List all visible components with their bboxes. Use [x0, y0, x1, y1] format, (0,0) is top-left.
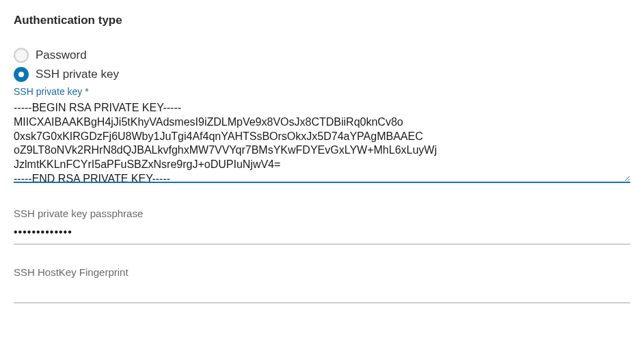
radio-password[interactable]: Password — [14, 48, 630, 63]
ssh-private-key-label: SSH private key * — [14, 86, 630, 97]
radio-circle-icon — [14, 48, 29, 63]
ssh-private-key-textarea[interactable] — [14, 100, 630, 183]
section-title: Authentication type — [14, 14, 630, 27]
auth-type-radio-group: Password SSH private key — [14, 48, 630, 82]
passphrase-label: SSH private key passphrase — [14, 208, 630, 219]
radio-label-password: Password — [36, 48, 87, 62]
radio-ssh-private-key[interactable]: SSH private key — [14, 67, 630, 82]
hostkey-fingerprint-input[interactable] — [14, 282, 630, 303]
required-asterisk: * — [85, 86, 88, 97]
passphrase-input[interactable] — [14, 223, 630, 244]
hostkey-fingerprint-label: SSH HostKey Fingerprint — [14, 266, 630, 278]
ssh-private-key-label-text: SSH private key — [14, 86, 82, 97]
radio-label-ssh: SSH private key — [36, 68, 119, 81]
radio-circle-icon — [14, 67, 29, 82]
ssh-private-key-field-wrap — [14, 100, 630, 186]
